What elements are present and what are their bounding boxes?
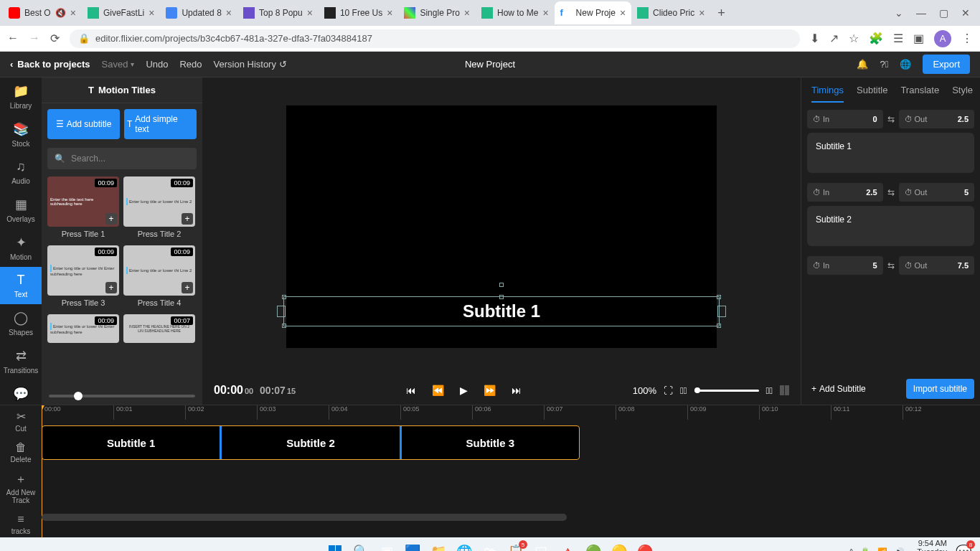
- template-press-title-1[interactable]: 00:09Enter the title text here subheadin…: [47, 176, 119, 238]
- template-press-title-3[interactable]: 00:09Enter long title or lower thi Enter…: [47, 245, 119, 307]
- in-time-field[interactable]: ⏱ In5: [807, 256, 883, 275]
- tracks-tool[interactable]: ≡tracks: [0, 509, 42, 540]
- tab-1[interactable]: Best O🔇×: [3, 1, 82, 24]
- tab-6[interactable]: Single Pro×: [398, 1, 476, 24]
- search-input[interactable]: 🔍 Search...: [47, 148, 197, 169]
- tab-translate[interactable]: Translate: [900, 85, 939, 103]
- version-history-button[interactable]: Version History ↺: [214, 59, 287, 70]
- chrome-icon-1[interactable]: 🟢: [584, 542, 603, 551]
- tray-chevron-icon[interactable]: ^: [849, 547, 853, 551]
- tab-7[interactable]: How to Me×: [476, 1, 555, 24]
- store-icon[interactable]: 🛍: [481, 542, 499, 551]
- close-icon[interactable]: ×: [70, 7, 76, 19]
- add-simple-text-button[interactable]: T Add simple text: [124, 109, 197, 139]
- chrome-icon-3[interactable]: 🔴: [636, 542, 654, 551]
- tab-timings[interactable]: Timings: [811, 85, 844, 103]
- close-icon[interactable]: ×: [464, 7, 470, 19]
- swap-icon[interactable]: ⇆: [887, 260, 895, 270]
- extensions-icon[interactable]: 🧩: [869, 32, 883, 45]
- import-subtitle-button[interactable]: Import subtitle: [906, 379, 974, 399]
- zoom-out-icon[interactable]: －⃝: [680, 385, 687, 396]
- delete-tool[interactable]: 🗑Delete: [0, 437, 42, 468]
- sidebar-overlays[interactable]: ▦Overlays: [0, 191, 42, 229]
- notifications-icon[interactable]: 🔔: [857, 59, 868, 70]
- forward-icon[interactable]: →: [29, 32, 40, 45]
- reading-list-icon[interactable]: ☰: [893, 32, 903, 45]
- close-icon[interactable]: ×: [699, 7, 705, 19]
- menu-icon[interactable]: ⋮: [961, 32, 973, 45]
- subtitle-text-input[interactable]: Subtitle 1: [807, 133, 974, 173]
- new-tab-button[interactable]: +: [710, 6, 732, 21]
- subtitle-overlay[interactable]: Subtitle 1: [283, 296, 720, 326]
- template-6[interactable]: 00:07INSERT THE HEADLINE HERE ON 2 LIN S…: [123, 314, 195, 343]
- add-subtitle-button[interactable]: + Add Subtitle: [807, 380, 900, 398]
- skip-start-icon[interactable]: ⏮: [406, 385, 416, 396]
- system-clock[interactable]: 9:54 AM Tuesday 8/23/2022: [912, 539, 947, 551]
- sidebar-motion[interactable]: ✦Motion: [0, 229, 42, 267]
- tab-mute-icon[interactable]: 🔇: [55, 8, 66, 18]
- undo-button[interactable]: Undo: [146, 59, 168, 70]
- out-time-field[interactable]: ⏱ Out2.5: [899, 110, 975, 128]
- subtitle-track[interactable]: Subtitle 1 Subtitle 2 Subtitle 3: [42, 425, 580, 460]
- app-icon[interactable]: 📋5: [507, 542, 525, 551]
- tab-4[interactable]: Top 8 Popu×: [237, 1, 319, 24]
- close-icon[interactable]: ×: [620, 7, 626, 19]
- share-icon[interactable]: ↗: [829, 32, 839, 45]
- tab-style[interactable]: Style: [952, 85, 973, 103]
- back-to-projects-button[interactable]: ‹ Back to projects: [10, 59, 90, 70]
- zoom-level[interactable]: 100%: [633, 385, 656, 396]
- chevron-down-icon[interactable]: ⌄: [895, 7, 903, 19]
- add-subtitle-button[interactable]: ☰ Add subtitle: [47, 109, 120, 139]
- add-template-icon[interactable]: +: [105, 282, 117, 293]
- volume-icon[interactable]: 🔊: [895, 547, 905, 552]
- in-time-field[interactable]: ⏱ In2.5: [807, 183, 883, 202]
- close-icon[interactable]: ×: [226, 7, 232, 19]
- wifi-icon[interactable]: 📶: [877, 547, 887, 552]
- swap-icon[interactable]: ⇆: [887, 187, 895, 197]
- timeline-scrollbar[interactable]: [42, 514, 567, 521]
- sidebar-audio[interactable]: ♫Audio: [0, 154, 42, 191]
- task-view-icon[interactable]: ▣: [377, 542, 396, 551]
- start-icon[interactable]: [326, 542, 344, 551]
- sidebar-transitions[interactable]: ⇄Transitions: [0, 342, 42, 380]
- tab-subtitle[interactable]: Subtitle: [857, 85, 887, 103]
- subtitle-clip-1[interactable]: Subtitle 1: [42, 426, 222, 459]
- redo-button[interactable]: Redo: [179, 59, 202, 70]
- export-button[interactable]: Export: [923, 55, 970, 74]
- in-time-field[interactable]: ⏱ In0: [807, 110, 883, 128]
- chrome-icon-2[interactable]: 🟡: [610, 542, 628, 551]
- timeline-ruler[interactable]: 00:00 00:01 00:02 00:03 00:04 00:05 00:0…: [42, 405, 980, 420]
- maximize-icon[interactable]: ▢: [939, 7, 948, 19]
- back-icon[interactable]: ←: [7, 32, 19, 45]
- notifications-icon[interactable]: 💬8: [954, 542, 973, 551]
- bookmark-icon[interactable]: ☆: [849, 32, 859, 45]
- add-template-icon[interactable]: +: [182, 282, 193, 293]
- close-icon[interactable]: ×: [307, 7, 313, 19]
- subtitle-clip-3[interactable]: Subtitle 3: [402, 426, 579, 459]
- template-5[interactable]: 00:09Enter long title or lower thi Enter…: [47, 314, 119, 343]
- help-icon[interactable]: ?⃝: [880, 59, 888, 70]
- profile-avatar[interactable]: A: [934, 30, 951, 47]
- search-icon[interactable]: 🔍: [352, 542, 370, 551]
- template-press-title-2[interactable]: 00:09Enter long title or lower thi Line …: [123, 176, 195, 238]
- close-icon[interactable]: ×: [542, 7, 548, 19]
- battery-icon[interactable]: 🔋: [860, 547, 870, 552]
- template-press-title-4[interactable]: 00:09Enter long title or lower thi Line …: [123, 245, 195, 307]
- zoom-slider[interactable]: [694, 390, 759, 392]
- sidebar-stock[interactable]: 📚Stock: [0, 116, 42, 154]
- tab-3[interactable]: Updated 8×: [160, 1, 237, 24]
- template-zoom-slider[interactable]: [42, 387, 202, 405]
- skip-end-icon[interactable]: ⏭: [512, 385, 522, 396]
- close-icon[interactable]: ×: [149, 7, 154, 19]
- add-template-icon[interactable]: +: [182, 213, 193, 225]
- rewind-icon[interactable]: ⏪: [432, 385, 444, 396]
- sidebar-text[interactable]: TText: [0, 267, 42, 304]
- side-panel-icon[interactable]: ▣: [913, 32, 924, 45]
- url-input[interactable]: 🔒 editor.flixier.com/projects/b3c4cb67-4…: [70, 29, 800, 48]
- vlc-icon[interactable]: 🔺: [558, 542, 577, 551]
- video-canvas[interactable]: Subtitle 1: [286, 105, 717, 348]
- tab-9[interactable]: Clideo Pric×: [631, 1, 710, 24]
- sidebar-shapes[interactable]: ◯Shapes: [0, 304, 42, 342]
- widgets-icon[interactable]: 🟦: [403, 542, 422, 551]
- out-time-field[interactable]: ⏱ Out5: [899, 183, 975, 202]
